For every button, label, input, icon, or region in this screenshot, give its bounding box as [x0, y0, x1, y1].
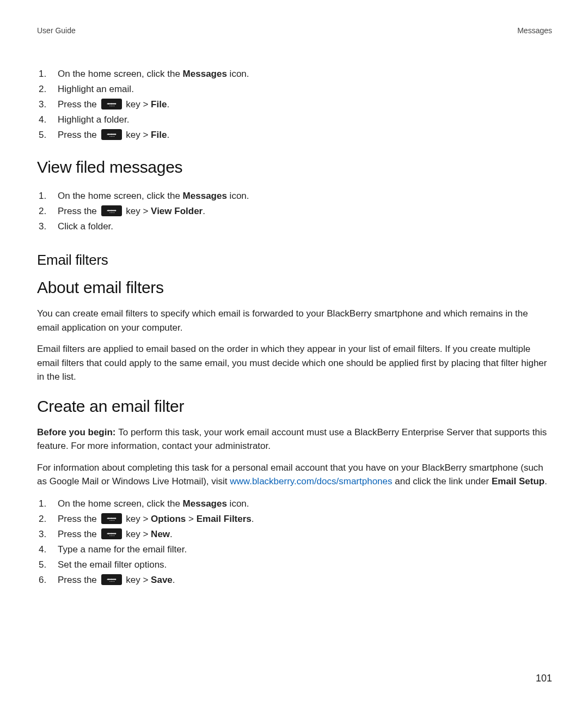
list-item: On the home screen, click the Messages i…: [49, 66, 552, 82]
list-item: Press the key > New.: [49, 527, 552, 542]
create-email-filter-steps: On the home screen, click the Messages i…: [37, 496, 552, 588]
list-item: Highlight an email.: [49, 82, 552, 97]
header-right: Messages: [517, 26, 552, 35]
create-info-paragraph: For information about completing this ta…: [37, 461, 552, 489]
list-item: Press the key > View Folder.: [49, 204, 552, 219]
list-item: Press the key > File.: [49, 127, 552, 143]
list-item: Press the key > File.: [49, 97, 552, 112]
page-number: 101: [536, 673, 552, 684]
menu-key-icon: [101, 99, 122, 109]
about-email-filters-heading: About email filters: [37, 278, 552, 297]
menu-key-icon: [101, 205, 122, 216]
docs-link[interactable]: www.blackberry.com/docs/smartphones: [230, 476, 392, 486]
list-item: Press the key > Save.: [49, 573, 552, 588]
menu-key-icon: [101, 129, 122, 140]
about-paragraph-1: You can create email filters to specify …: [37, 307, 552, 334]
view-filed-steps: On the home screen, click the Messages i…: [37, 188, 552, 234]
menu-key-icon: [101, 574, 122, 585]
menu-key-icon: [101, 513, 122, 524]
list-item: Click a folder.: [49, 219, 552, 234]
list-item: On the home screen, click the Messages i…: [49, 496, 552, 512]
list-item: Press the key > Options > Email Filters.: [49, 512, 552, 527]
create-email-filter-heading: Create an email filter: [37, 397, 552, 416]
about-paragraph-2: Email filters are applied to email based…: [37, 342, 552, 384]
email-filters-heading: Email filters: [37, 252, 552, 269]
menu-key-icon: [101, 528, 122, 539]
list-item: On the home screen, click the Messages i…: [49, 188, 552, 204]
list-item: Set the email filter options.: [49, 557, 552, 573]
page-header: User Guide Messages: [37, 26, 552, 35]
list-item: Highlight a folder.: [49, 112, 552, 127]
view-filed-heading: View filed messages: [37, 158, 552, 176]
before-you-begin: Before you begin: To perform this task, …: [37, 425, 552, 453]
header-left: User Guide: [37, 26, 76, 35]
file-message-steps: On the home screen, click the Messages i…: [37, 66, 552, 143]
list-item: Type a name for the email filter.: [49, 542, 552, 557]
